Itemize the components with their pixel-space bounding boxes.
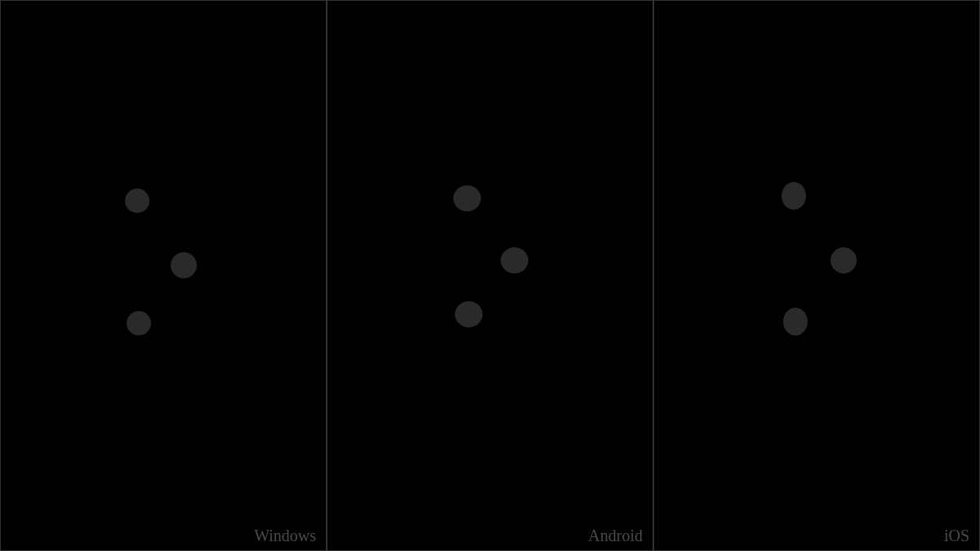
glyph-area [1,1,326,550]
glyph-area [327,1,653,550]
braille-dot [453,185,481,211]
braille-dot [782,182,806,210]
braille-dot [783,308,808,335]
braille-dot [501,247,528,273]
glyph-panel-windows: Windows [0,0,327,551]
braille-dot [831,247,857,273]
braille-dot [127,311,151,335]
braille-dot [125,189,149,213]
glyph-panel-ios: iOS [653,0,980,551]
braille-dot [455,301,483,327]
glyph-area [654,1,979,550]
braille-dot [171,252,197,278]
glyph-panel-android: Android [327,0,653,551]
platform-label: Android [588,527,643,545]
platform-label: iOS [944,527,969,545]
platform-label: Windows [254,527,316,545]
